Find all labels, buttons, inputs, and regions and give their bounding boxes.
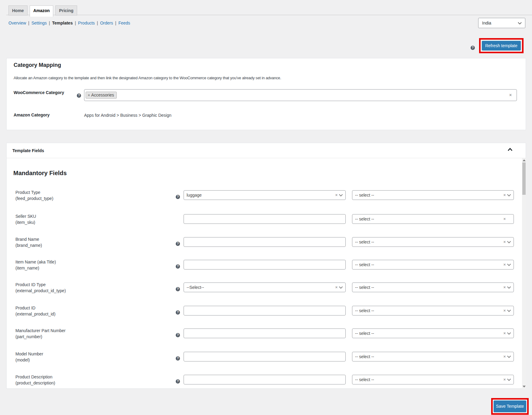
field-map-select[interactable]: -- select --×: [352, 214, 514, 224]
clear-icon[interactable]: ×: [335, 191, 338, 200]
field-row: Brand Name(brand_name)?-- select --×: [7, 237, 526, 260]
field-map-select[interactable]: -- select --×: [352, 237, 514, 247]
field-row: Product Description(product_description)…: [7, 375, 526, 398]
field-value-select[interactable]: --Select--×: [184, 283, 346, 292]
marketplace-select-value: India: [482, 21, 491, 25]
help-icon[interactable]: ?: [176, 309, 180, 315]
amazon-category-label: Amazon Category: [14, 113, 50, 117]
woocommerce-category-label: WooCommerce Category: [14, 90, 64, 95]
subnav: Overview|Settings|Templates|Products|Ord…: [8, 21, 130, 25]
tab-pricing[interactable]: Pricing: [55, 5, 77, 15]
chevron-down-icon: [339, 194, 343, 197]
field-label: Product ID(external_product_id): [15, 305, 55, 317]
help-icon[interactable]: ?: [176, 378, 180, 384]
field-label: Seller SKU(item_sku): [15, 213, 36, 225]
scrollbar-thumb[interactable]: [522, 162, 526, 195]
subnav-item-overview[interactable]: Overview: [8, 21, 26, 25]
field-value-input[interactable]: [184, 237, 346, 247]
subnav-separator: |: [97, 21, 98, 25]
scroll-down-icon[interactable]: [523, 386, 526, 387]
field-row: Product Type(feed_product_type)?luggage×…: [7, 190, 526, 213]
field-map-select[interactable]: -- select --×: [352, 352, 514, 361]
woocommerce-category-input[interactable]: ×Accessories ×: [84, 89, 517, 101]
clear-icon[interactable]: ×: [503, 352, 506, 361]
amazon-category-value: Apps for Android > Business > Graphic De…: [84, 113, 171, 118]
tab-bar: HomeAmazonPricing: [8, 5, 77, 17]
subnav-separator: |: [75, 21, 76, 25]
subnav-item-products[interactable]: Products: [78, 21, 95, 25]
chevron-up-icon[interactable]: [508, 148, 513, 151]
help-icon[interactable]: ?: [176, 194, 180, 199]
subnav-item-orders[interactable]: Orders: [100, 21, 113, 25]
refresh-template-button[interactable]: Refresh template: [482, 41, 521, 51]
chevron-down-icon: [507, 241, 511, 243]
field-map-select[interactable]: -- select --×: [352, 306, 514, 315]
category-mapping-title: Category Mapping: [14, 62, 61, 68]
field-value-input[interactable]: [184, 306, 346, 315]
subnav-item-settings[interactable]: Settings: [31, 21, 47, 25]
help-icon[interactable]: ?: [77, 92, 81, 98]
marketplace-select[interactable]: India: [478, 18, 525, 28]
template-fields-title: Template Fields: [12, 148, 44, 153]
tab-home[interactable]: Home: [8, 5, 28, 15]
field-value-select[interactable]: luggage×: [184, 190, 346, 200]
clear-icon[interactable]: ×: [503, 237, 506, 247]
tab-bar-divider: [6, 15, 532, 15]
clear-icon[interactable]: ×: [503, 260, 506, 269]
field-row: Product ID(external_product_id)?-- selec…: [7, 306, 526, 329]
clear-icon[interactable]: ×: [503, 375, 506, 384]
field-value-input[interactable]: [184, 214, 346, 224]
chevron-down-icon: [518, 22, 522, 25]
field-row: Manufacturer Part Number(part_number)?--…: [7, 328, 526, 351]
field-map-select[interactable]: -- select --×: [352, 260, 514, 270]
field-value-input[interactable]: [184, 352, 346, 361]
subnav-separator: |: [28, 21, 29, 25]
clear-icon[interactable]: ×: [335, 283, 338, 292]
category-mapping-panel: Category Mapping Allocate an Amazon cate…: [6, 58, 526, 130]
subnav-item-templates[interactable]: Templates: [52, 21, 73, 25]
field-value-input[interactable]: [184, 328, 346, 338]
field-label: Brand Name(brand_name): [15, 236, 42, 248]
help-icon[interactable]: ?: [176, 240, 180, 246]
category-mapping-description: Allocate an Amazon category to the templ…: [14, 76, 281, 80]
chevron-down-icon: [507, 309, 511, 312]
template-fields-panel: Template Fields Mandantory Fields Produc…: [6, 143, 526, 389]
subnav-separator: |: [49, 21, 50, 25]
save-template-button[interactable]: Save Template: [494, 400, 526, 412]
field-label: Manufacturer Part Number(part_number): [15, 328, 66, 340]
help-icon[interactable]: ?: [176, 332, 180, 337]
remove-chip-icon[interactable]: ×: [88, 93, 90, 97]
field-label: Product Description(product_description): [15, 374, 55, 386]
help-icon[interactable]: ?: [176, 355, 180, 361]
field-map-select[interactable]: -- select --×: [352, 328, 514, 338]
field-map-select[interactable]: -- select --×: [352, 375, 514, 384]
help-icon[interactable]: ?: [176, 263, 180, 269]
tab-amazon[interactable]: Amazon: [30, 5, 53, 17]
field-label: Product ID Type(external_product_id_type…: [15, 282, 66, 294]
field-value-input[interactable]: [184, 375, 346, 384]
chevron-down-icon: [507, 378, 511, 381]
field-label: Item Name (aka Title)(item_name): [15, 259, 56, 271]
field-value-input[interactable]: [184, 260, 346, 270]
field-label: Model Number(model): [15, 351, 43, 363]
field-row: Seller SKU(item_sku)-- select --×: [7, 214, 526, 237]
chevron-down-icon: [507, 194, 511, 197]
clear-icon[interactable]: ×: [503, 329, 506, 338]
field-map-select[interactable]: -- select --×: [352, 190, 514, 200]
help-icon[interactable]: ?: [176, 286, 180, 291]
clear-icon[interactable]: ×: [509, 93, 512, 97]
chevron-down-icon: [339, 286, 343, 289]
help-icon[interactable]: ?: [471, 44, 475, 50]
save-template-highlight: Save Template: [491, 398, 529, 415]
scroll-up-icon[interactable]: [523, 159, 526, 161]
clear-icon[interactable]: ×: [503, 283, 506, 292]
subnav-item-feeds[interactable]: Feeds: [118, 21, 130, 25]
clear-icon[interactable]: ×: [503, 306, 506, 315]
scrollbar[interactable]: [522, 158, 526, 389]
chevron-down-icon: [507, 263, 511, 266]
clear-icon[interactable]: ×: [503, 191, 506, 200]
clear-icon[interactable]: ×: [503, 214, 506, 224]
field-label: Product Type(feed_product_type): [15, 189, 53, 201]
field-row: Item Name (aka Title)(item_name)?-- sele…: [7, 260, 526, 283]
field-map-select[interactable]: -- select --×: [352, 283, 514, 292]
